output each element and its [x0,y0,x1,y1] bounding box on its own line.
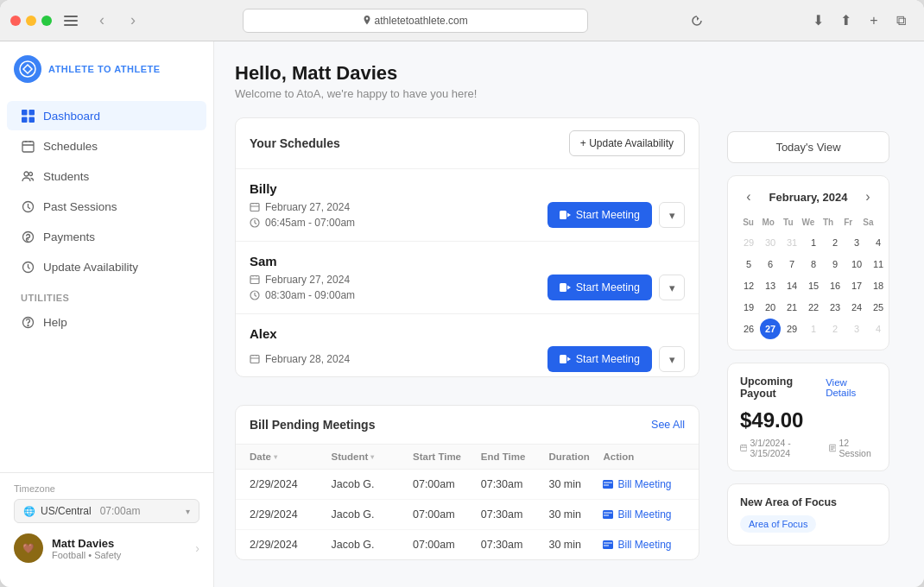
bill-meeting-link-2[interactable]: Bill Meeting [603,508,671,521]
cal-day[interactable]: 17 [846,275,867,296]
cal-day[interactable]: 16 [825,275,845,296]
cal-day[interactable]: 2 [825,232,845,253]
sidebar-item-schedules[interactable]: Schedules [7,131,206,161]
cal-day[interactable]: 30 [760,232,781,253]
browser-toolbar: ‹ › athletetoathlete.com ⬇ ⬆ + ⧉ [0,0,924,41]
bill-meeting-link-3[interactable]: Bill Meeting [603,539,671,551]
chevron-down-icon: ▾ [186,507,190,516]
svg-rect-4 [22,110,28,116]
cal-day[interactable]: 3 [846,319,867,339]
share-btn[interactable]: ⬆ [834,9,858,33]
cal-day[interactable]: 14 [782,275,802,296]
see-all-link[interactable]: See All [651,419,685,431]
help-icon [21,315,35,329]
cal-day[interactable]: 2 [825,319,845,339]
globe-icon: 🌐 [23,506,35,517]
cal-day[interactable]: 22 [803,297,824,318]
schedule-details-alex: February 28, 2024 [250,353,350,365]
calendar-next-button[interactable]: › [858,186,878,207]
cal-day[interactable]: 18 [868,275,889,296]
sidebar-toggle-btn[interactable] [59,9,83,33]
expand-button-billy[interactable]: ▾ [659,202,685,228]
row1-student: Jacob G. [331,478,413,490]
schedule-meta-sam: February 27, 2024 08:30am - 09:00am [250,274,685,301]
sidebar-item-dashboard[interactable]: Dashboard [7,101,206,130]
svg-point-12 [22,231,33,242]
dashboard-icon [21,109,35,123]
app-body: ATHLETE TO ATHLETE Dashboard Schedules [0,41,924,587]
page-header: Hello, Matt Davies Welcome to AtoA, we'r… [235,62,903,100]
cal-day[interactable]: 3 [846,232,867,253]
cal-day-today[interactable]: 27 [760,319,781,339]
chevron-right-icon: › [195,541,199,555]
sidebar-item-payments[interactable]: Payments [7,222,206,251]
today-view-button[interactable]: Today's View [727,131,889,163]
schedules-card-header: Your Schedules + Update Availability [236,118,699,169]
cal-day[interactable]: 26 [738,319,759,339]
minimize-traffic-light[interactable] [26,16,36,26]
payments-label: Payments [43,230,95,243]
schedules-icon [21,139,35,153]
cal-day[interactable]: 20 [760,297,781,318]
cal-day[interactable]: 1 [803,319,824,339]
cal-day[interactable]: 31 [782,232,802,253]
user-sport: Football [52,550,85,560]
cal-day[interactable]: 10 [846,254,867,275]
row2-action: Bill Meeting [603,508,685,521]
weekday-su: Su [738,216,758,229]
cal-day[interactable]: 13 [760,275,781,296]
cal-day[interactable]: 6 [760,254,781,275]
back-btn[interactable]: ‹ [90,9,114,33]
sidebar-item-help[interactable]: Help [7,307,206,337]
cal-day[interactable]: 7 [782,254,802,275]
download-btn[interactable]: ⬇ [807,9,831,33]
cal-day[interactable]: 15 [803,275,824,296]
maximize-traffic-light[interactable] [41,16,52,26]
view-details-link[interactable]: View Details [826,377,877,398]
expand-button-sam[interactable]: ▾ [659,275,685,300]
cal-day[interactable]: 4 [868,319,889,339]
sidebar-item-past-sessions[interactable]: Past Sessions [7,192,206,221]
cal-day[interactable]: 5 [738,254,759,275]
content-area: Your Schedules + Update Availability Bil… [235,117,903,560]
address-bar[interactable]: athletetoathlete.com [243,9,588,33]
update-availability-label: Update Availability [43,261,138,274]
new-tab-btn[interactable]: + [862,9,886,33]
user-profile[interactable]: 🤎 Matt Davies Football • Safety › [14,533,199,563]
cal-day[interactable]: 23 [825,297,845,318]
sidebar-item-update-availability[interactable]: Update Availability [7,252,206,281]
cal-day[interactable]: 11 [868,254,889,275]
cal-day[interactable]: 29 [782,319,802,339]
area-focus-tag[interactable]: Area of Focus [740,515,816,533]
refresh-btn[interactable] [685,9,709,33]
expand-button-alex[interactable]: ▾ [659,346,685,372]
svg-rect-0 [64,16,78,17]
cal-day[interactable]: 29 [738,232,759,253]
timezone-select[interactable]: 🌐 US/Central 07:00am ▾ [14,499,199,523]
cal-day[interactable]: 1 [803,232,824,253]
back-icon: ‹ [99,11,104,29]
start-meeting-button-alex[interactable]: Start Meeting [547,346,652,372]
cal-day[interactable]: 25 [868,297,889,318]
svg-point-15 [28,325,28,325]
sidebar-item-students[interactable]: Students [7,161,206,191]
cal-day[interactable]: 19 [738,297,759,318]
cal-day[interactable]: 9 [825,254,845,275]
cal-day[interactable]: 24 [846,297,867,318]
start-meeting-button-billy[interactable]: Start Meeting [547,202,652,228]
cal-day[interactable]: 8 [803,254,824,275]
forward-btn[interactable]: › [121,9,145,33]
past-sessions-icon [21,199,35,213]
tabs-btn[interactable]: ⧉ [889,9,914,33]
cal-day[interactable]: 21 [782,297,802,318]
row1-action: Bill Meeting [603,478,685,490]
user-sport-position: Football • Safety [52,550,187,560]
calendar-prev-button[interactable]: ‹ [738,186,759,207]
start-meeting-button-sam[interactable]: Start Meeting [547,275,652,300]
row1-date: 2/29/2024 [250,478,331,490]
update-availability-button[interactable]: + Update Availability [569,130,685,156]
cal-day[interactable]: 12 [738,275,759,296]
cal-day[interactable]: 4 [868,232,889,253]
close-traffic-light[interactable] [10,16,21,26]
bill-meeting-link-1[interactable]: Bill Meeting [603,478,671,490]
